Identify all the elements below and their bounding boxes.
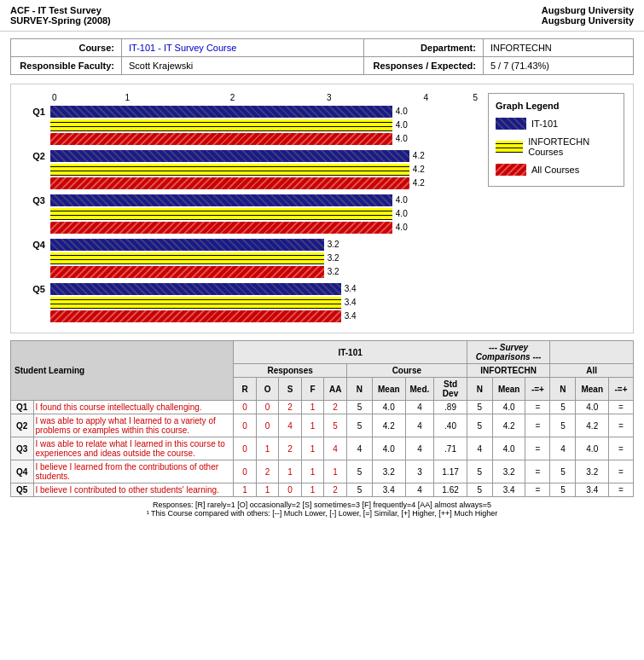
axis-5: 5 xyxy=(461,93,478,102)
course-label: Course: xyxy=(11,39,122,57)
q2-aa: 5 xyxy=(324,414,347,437)
legend-item-blue: IT-101 xyxy=(496,118,617,130)
q5-val-blue: 3.4 xyxy=(341,284,357,293)
axis-3: 3 xyxy=(267,93,363,102)
axis-2: 2 xyxy=(162,93,267,102)
header-right: Augsburg University Augsburg University xyxy=(542,5,634,26)
q4-amean: 3.2 xyxy=(576,460,609,483)
q1-label: Q1 xyxy=(20,107,50,117)
q2-acomp: = xyxy=(609,414,634,437)
q2-imean: 4.2 xyxy=(492,414,525,437)
q5-label: Q5 xyxy=(20,284,50,294)
chart-legend: Graph Legend IT-101 INFORTECHN Courses A… xyxy=(488,93,624,187)
q4-in: 5 xyxy=(467,460,492,483)
q3-s: 2 xyxy=(279,437,302,460)
q1-f: 1 xyxy=(301,401,324,414)
q1-mean: 4.0 xyxy=(373,401,406,414)
q5-f: 1 xyxy=(301,483,324,497)
q3-bar-yellow xyxy=(50,208,392,220)
q5-acomp: = xyxy=(609,483,634,497)
q4-val-blue: 3.2 xyxy=(324,240,339,249)
col-r: R xyxy=(234,378,257,401)
course-header: Course xyxy=(346,364,467,378)
q5-o: 1 xyxy=(256,483,279,497)
chart-area: 0 1 2 3 4 5 Q1 4.0 4.0 xyxy=(20,93,478,324)
q2-bar-blue xyxy=(50,150,409,162)
q4-text: I believe I learned from the contributio… xyxy=(33,460,234,483)
q3-val-red: 4.0 xyxy=(392,223,408,232)
q1-bar-yellow xyxy=(50,119,392,131)
q2-val-red: 4.2 xyxy=(409,178,425,188)
col-f: F xyxy=(301,378,324,401)
q2-val-blue: 4.2 xyxy=(409,151,425,160)
legend-swatch-blue xyxy=(496,118,526,130)
q5-val-yellow: 3.4 xyxy=(341,298,357,307)
q5-in: 5 xyxy=(467,483,492,497)
q2-mean: 4.2 xyxy=(373,414,406,437)
q5-s: 0 xyxy=(279,483,302,497)
q4-med: 3 xyxy=(405,460,434,483)
q3-mean: 4.0 xyxy=(373,437,406,460)
q2-amean: 4.2 xyxy=(576,414,609,437)
q1-text: I found this course intellectually chall… xyxy=(33,401,234,414)
q4-icomp: = xyxy=(525,460,550,483)
q3-imean: 4.0 xyxy=(492,437,525,460)
q3-r: 0 xyxy=(234,437,257,460)
q4-an: 5 xyxy=(550,460,576,483)
info-table: Course: IT-101 - IT Survey Course Depart… xyxy=(10,38,634,75)
q3-f: 1 xyxy=(301,437,324,460)
q1-std: .89 xyxy=(434,401,467,414)
q2-o: 0 xyxy=(256,414,279,437)
q4-o: 2 xyxy=(256,460,279,483)
col-aa: AA xyxy=(324,378,347,401)
q5-bar-blue xyxy=(50,283,341,295)
legend-swatch-yellow xyxy=(496,141,523,153)
q2-icomp: = xyxy=(525,414,550,437)
infortechn-header: INFORTECHN xyxy=(467,364,550,378)
q3-bar-blue xyxy=(50,194,392,206)
chart-section: 0 1 2 3 4 5 Q1 4.0 4.0 xyxy=(10,84,634,333)
legend-item-yellow: INFORTECHN Courses xyxy=(496,136,617,157)
q3-std: .71 xyxy=(434,437,467,460)
q3-n: 4 xyxy=(346,437,372,460)
q4-s: 1 xyxy=(279,460,302,483)
q2-val-yellow: 4.2 xyxy=(409,165,425,174)
q3-med: 4 xyxy=(405,437,434,460)
q3-val-yellow: 4.0 xyxy=(392,209,408,218)
q5-r: 1 xyxy=(234,483,257,497)
q5-imean: 3.4 xyxy=(492,483,525,497)
header-line2: SURVEY-Spring (2008) xyxy=(10,15,111,26)
header-right-line2: Augsburg University xyxy=(542,15,634,26)
q2-label: Q2 xyxy=(20,151,50,161)
q1-n: 5 xyxy=(346,401,372,414)
dept-value: INFORTECHN xyxy=(483,39,633,57)
q2-std: .40 xyxy=(434,414,467,437)
q1-bar-red xyxy=(50,133,392,145)
q1-amean: 4.0 xyxy=(576,401,609,414)
course-value: IT-101 - IT Survey Course xyxy=(122,39,364,57)
q5-med: 4 xyxy=(405,483,434,497)
col-acomp: -=+ xyxy=(609,378,634,401)
faculty-value: Scott Krajewski xyxy=(122,57,364,75)
col-an: N xyxy=(550,378,576,401)
dept-label: Department: xyxy=(363,39,483,57)
axis-1: 1 xyxy=(57,93,162,102)
q4-row-label: Q4 xyxy=(11,460,34,483)
bar-group-q4: Q4 3.2 3.2 3.2 xyxy=(20,239,478,278)
col-med: Med. xyxy=(405,378,434,401)
info-section: Course: IT-101 - IT Survey Course Depart… xyxy=(10,38,634,75)
header: ACF - IT Test Survey SURVEY-Spring (2008… xyxy=(0,0,644,32)
q4-acomp: = xyxy=(609,460,634,483)
q1-icomp: = xyxy=(525,401,550,414)
col-in: N xyxy=(467,378,492,401)
q1-aa: 2 xyxy=(324,401,347,414)
q3-acomp: = xyxy=(609,437,634,460)
all-sub-header: All xyxy=(550,364,634,378)
responses-label: Responses / Expected: xyxy=(363,57,483,75)
legend-swatch-red xyxy=(496,164,526,176)
q4-val-red: 3.2 xyxy=(324,267,339,276)
data-table: Student Learning IT-101 --- Survey Compa… xyxy=(10,340,634,497)
q5-std: 1.62 xyxy=(434,483,467,497)
q4-mean: 3.2 xyxy=(373,460,406,483)
q4-val-yellow: 3.2 xyxy=(324,253,339,263)
